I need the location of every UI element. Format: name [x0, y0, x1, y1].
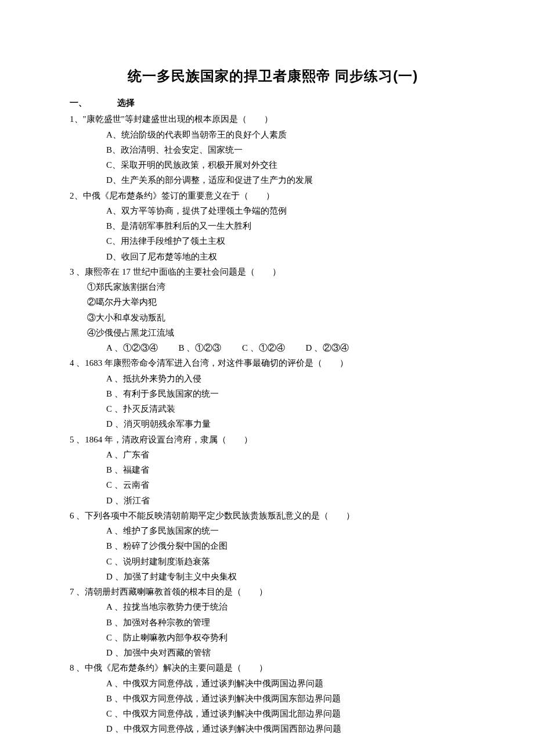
q-stem: 中俄《尼布楚条约》解决的主要问题是（ ）	[85, 663, 268, 672]
q3-subline-1: ①郑氏家族割据台湾	[70, 279, 476, 294]
q8-option-b: B 、中俄双方同意停战，通过谈判解决中俄两国东部边界问题	[70, 691, 476, 706]
q7-option-d: D 、加强中央对西藏的管辖	[70, 645, 476, 660]
q8-option-d: D 、中俄双方同意停战，通过谈判解决中俄两国西部边界问题	[70, 721, 476, 736]
q3-option-a: A 、①②③④	[106, 343, 158, 352]
q4-option-a: A 、抵抗外来势力的入侵	[70, 371, 476, 386]
q8-option-a: A 、中俄双方同意停战，通过谈判解决中俄两国边界问题	[70, 676, 476, 691]
question-3: 3 、康熙帝在 17 世纪中面临的主要社会问题是（ ） ①郑氏家族割据台湾 ②噶…	[70, 264, 476, 356]
question-4: 4 、1683 年康熙帝命令清军进入台湾，对这件事最确切的评价是（ ） A 、抵…	[70, 355, 476, 431]
question-7: 7 、清朝册封西藏喇嘛教首领的根本目的是（ ） A 、拉拢当地宗教势力便于统治 …	[70, 584, 476, 660]
question-5: 5 、1864 年，清政府设置台湾府，隶属（ ） A 、广东省 B 、福建省 C…	[70, 432, 476, 508]
q3-option-b: B 、①②③	[179, 343, 222, 352]
q-stem: 1683 年康熙帝命令清军进入台湾，对这件事最确切的评价是（ ）	[85, 358, 348, 368]
q-stem: 清朝册封西藏喇嘛教首领的根本目的是（ ）	[85, 587, 268, 596]
q-num: 8 、	[70, 663, 85, 672]
q1-option-d: D、生产关系的部分调整，适应和促进了生产力的发展	[70, 172, 476, 188]
section-header: 一、 选择	[70, 95, 476, 110]
q3-option-c: C 、①②④	[242, 343, 285, 352]
q6-option-b: B 、粉碎了沙俄分裂中国的企图	[70, 538, 476, 553]
question-8: 8 、中俄《尼布楚条约》解决的主要问题是（ ） A 、中俄双方同意停战，通过谈判…	[70, 660, 476, 736]
q-num: 6 、	[70, 511, 85, 520]
q-stem: 1864 年，清政府设置台湾府，隶属（ ）	[85, 435, 252, 444]
q6-option-c: C 、说明封建制度渐趋衰落	[70, 554, 476, 569]
q5-option-c: C 、云南省	[70, 477, 476, 492]
q1-option-b: B、政治清明、社会安定、国家统一	[70, 142, 476, 157]
q3-option-d: D 、②③④	[306, 343, 349, 352]
q5-option-d: D 、浙江省	[70, 493, 476, 508]
q5-option-a: A 、广东省	[70, 447, 476, 462]
q3-subline-3: ③大小和卓发动叛乱	[70, 310, 476, 325]
q1-option-a: A、统治阶级的代表即当朝帝王的良好个人素质	[70, 127, 476, 142]
q5-option-b: B 、福建省	[70, 462, 476, 477]
q2-option-b: B、是清朝军事胜利后的又一生大胜利	[70, 218, 476, 233]
q4-option-d: D 、消灭明朝残余军事力量	[70, 416, 476, 431]
q-num: 7 、	[70, 587, 85, 596]
q-stem: 下列各项中不能反映清朝前期平定少数民族贵族叛乱意义的是（ ）	[85, 511, 355, 520]
q3-subline-2: ②噶尔丹大举内犯	[70, 294, 476, 309]
section-label: 选择	[117, 95, 135, 110]
q-stem: "康乾盛世"等封建盛世出现的根本原因是（ ）	[83, 114, 273, 124]
q2-option-c: C、用法律手段维护了领土主权	[70, 233, 476, 249]
q4-option-b: B 、有利于多民族国家的统一	[70, 386, 476, 401]
q-stem: 康熙帝在 17 世纪中面临的主要社会问题是（ ）	[85, 267, 281, 276]
q8-option-c: C 、中俄双方同意停战，通过谈判解决中俄两国北部边界问题	[70, 706, 476, 721]
q-num: 1、	[70, 114, 83, 124]
q6-option-a: A 、维护了多民族国家的统一	[70, 523, 476, 538]
q1-option-c: C、采取开明的民族政策，积极开展对外交往	[70, 157, 476, 172]
q-num: 2、	[70, 191, 83, 200]
q-stem: 中俄《尼布楚条约》签订的重要意义在于（ ）	[83, 191, 275, 200]
question-1: 1、"康乾盛世"等封建盛世出现的根本原因是（ ） A、统治阶级的代表即当朝帝王的…	[70, 111, 476, 188]
q6-option-d: D 、加强了封建专制主义中央集权	[70, 569, 476, 584]
q7-option-c: C 、防止喇嘛教内部争权夺势利	[70, 630, 476, 645]
q2-option-a: A、双方平等协商，提供了处理领土争端的范例	[70, 203, 476, 218]
q3-options: A 、①②③④ B 、①②③ C 、①②④ D 、②③④	[70, 340, 476, 355]
question-6: 6 、下列各项中不能反映清朝前期平定少数民族贵族叛乱意义的是（ ） A 、维护了…	[70, 508, 476, 584]
q7-option-a: A 、拉拢当地宗教势力便于统治	[70, 599, 476, 614]
q2-option-d: D、收回了尼布楚等地的主权	[70, 249, 476, 264]
q-num: 5 、	[70, 435, 85, 444]
q7-option-b: B 、加强对各种宗教的管理	[70, 615, 476, 630]
document-title: 统一多民族国家的捍卫者康熙帝 同步练习(一)	[70, 64, 476, 88]
q-num: 4 、	[70, 358, 85, 368]
q-num: 3 、	[70, 267, 85, 276]
q4-option-c: C 、扑灭反清武装	[70, 401, 476, 416]
section-number: 一、	[70, 95, 87, 110]
question-2: 2、中俄《尼布楚条约》签订的重要意义在于（ ） A、双方平等协商，提供了处理领土…	[70, 188, 476, 264]
q3-subline-4: ④沙俄侵占黑龙江流域	[70, 325, 476, 340]
